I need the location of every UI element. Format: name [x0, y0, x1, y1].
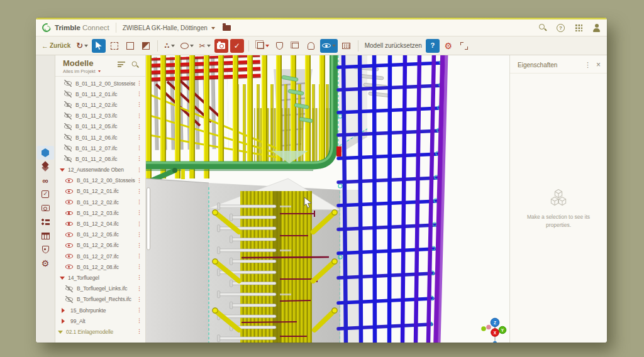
model-item-row[interactable]: B_01_12_2_02.ifc⋮ — [55, 197, 145, 207]
reset-model-button[interactable]: Modell zurücksetzen — [363, 39, 424, 53]
fullscreen-button[interactable] — [457, 39, 471, 53]
app-grid-icon[interactable] — [575, 24, 582, 31]
marquee-select-tool[interactable] — [108, 39, 121, 53]
caret-right-icon[interactable] — [62, 319, 67, 324]
model-item-row[interactable]: B_01_12_2_07.ifc⋮ — [55, 251, 145, 261]
model-item-row[interactable]: B_01_12_2_05.ifc⋮ — [55, 229, 145, 240]
item-menu-icon[interactable]: ⋮ — [135, 307, 145, 313]
item-menu-icon[interactable]: ⋮ — [135, 156, 145, 162]
model-item-row[interactable]: B_01_11_2_03.ifc⋮ — [55, 111, 145, 121]
visibility-on-icon[interactable] — [65, 231, 73, 238]
back-button[interactable]: ←Zurück — [40, 39, 72, 53]
model-3d-viewport[interactable]: Y Z X — [146, 55, 509, 343]
item-menu-icon[interactable]: ⋮ — [135, 135, 145, 140]
todo-button[interactable]: ✓ — [230, 39, 244, 53]
model-group-row[interactable]: 14_Torfluegel⋮ — [55, 272, 145, 283]
help-pin-button[interactable]: ? — [426, 39, 440, 53]
invert-selection-tool[interactable] — [139, 39, 153, 53]
model-group-row[interactable]: 15_Bohrpunkte⋮ — [55, 305, 145, 316]
frame-select-tool[interactable] — [123, 39, 137, 53]
model-item-row[interactable]: B_01_11_2_08.ifc⋮ — [55, 153, 145, 164]
visibility-off-icon[interactable] — [64, 123, 72, 130]
visibility-on-icon[interactable] — [65, 188, 73, 195]
item-menu-icon[interactable]: ⋮ — [135, 264, 145, 270]
visibility-off-icon[interactable] — [64, 145, 72, 151]
caret-down-icon[interactable] — [60, 277, 65, 282]
panel-search-icon[interactable] — [132, 62, 139, 69]
visibility-off-icon[interactable] — [65, 285, 73, 292]
rail-hierarchy[interactable] — [37, 215, 54, 229]
visibility-on-icon[interactable] — [65, 177, 73, 184]
help-icon[interactable]: ? — [557, 24, 565, 32]
item-menu-icon[interactable]: ⋮ — [135, 145, 145, 151]
visibility-on-icon[interactable] — [65, 209, 73, 216]
visibility-on-icon[interactable] — [65, 242, 73, 249]
item-menu-icon[interactable]: ⋮ — [135, 329, 145, 334]
views-button[interactable] — [289, 39, 303, 53]
rail-protection[interactable] — [37, 243, 54, 256]
model-item-row[interactable]: B_01_11_2_07.ifc⋮ — [55, 143, 145, 153]
rail-models[interactable] — [37, 146, 54, 160]
protect-tool[interactable] — [273, 39, 287, 53]
model-item-row[interactable]: B_01_12_2_00_Stosseisen.ifc⋮ — [55, 175, 145, 186]
model-item-row[interactable]: B_01_11_2_06.ifc⋮ — [55, 132, 145, 143]
item-menu-icon[interactable]: ⋮ — [135, 199, 145, 205]
orbit-tool[interactable]: ↻ — [74, 39, 90, 53]
item-menu-icon[interactable]: ⋮ — [135, 297, 145, 302]
measure-tool[interactable]: ∴ — [162, 39, 176, 53]
model-group-row[interactable]: 02.1 Einlagemodelle⋮ — [55, 326, 145, 337]
model-item-row[interactable]: B_01_12_2_01.ifc⋮ — [55, 186, 145, 197]
panel-menu-icon[interactable]: ⋮ — [579, 61, 596, 69]
model-item-row[interactable]: B_01_11_2_02.ifc⋮ — [55, 99, 145, 110]
model-item-row[interactable]: B_01_11_2_05.ifc⋮ — [55, 121, 145, 132]
rail-links[interactable]: ∞ — [37, 173, 54, 187]
visibility-on-icon[interactable] — [65, 221, 73, 228]
item-menu-icon[interactable]: ⋮ — [135, 189, 145, 194]
model-item-row[interactable]: B_01_12_2_06.ifc⋮ — [55, 240, 145, 251]
object-visibility-tool[interactable] — [253, 39, 271, 53]
rail-todos[interactable] — [37, 187, 54, 201]
visibility-off-icon[interactable] — [64, 80, 72, 87]
snapshot-button[interactable] — [214, 39, 228, 53]
model-item-row[interactable]: B_01_12_2_04.ifc⋮ — [55, 218, 145, 229]
model-item-row[interactable]: B_01_11_2_01.ifc⋮ — [55, 89, 145, 99]
item-menu-icon[interactable]: ⋮ — [135, 221, 145, 227]
rail-settings[interactable]: ⚙ — [37, 256, 54, 270]
item-menu-icon[interactable]: ⋮ — [135, 286, 145, 292]
project-selector[interactable]: ZWIBELA GK-Halle, Döttingen — [123, 25, 208, 31]
item-menu-icon[interactable]: ⋮ — [135, 210, 145, 216]
rail-tables[interactable] — [37, 229, 54, 243]
item-menu-icon[interactable]: ⋮ — [135, 102, 145, 107]
item-menu-icon[interactable]: ⋮ — [135, 113, 145, 119]
visibility-off-icon[interactable] — [64, 113, 72, 119]
visibility-off-icon[interactable] — [65, 296, 73, 303]
caret-down-icon[interactable] — [60, 168, 65, 174]
visibility-on-icon[interactable] — [65, 263, 73, 270]
visibility-button[interactable] — [320, 39, 338, 53]
search-icon[interactable] — [539, 24, 547, 31]
keypad-button[interactable] — [340, 39, 353, 53]
folder-icon[interactable] — [223, 25, 231, 31]
item-menu-icon[interactable]: ⋮ — [135, 275, 145, 280]
sort-icon[interactable] — [118, 61, 125, 67]
close-icon[interactable]: × — [596, 60, 601, 69]
rail-layers[interactable] — [37, 160, 54, 173]
visibility-off-icon[interactable] — [64, 134, 72, 141]
item-menu-icon[interactable]: ⋮ — [135, 253, 145, 259]
item-menu-icon[interactable]: ⋮ — [135, 124, 145, 129]
caret-down-icon[interactable] — [58, 331, 63, 336]
model-item-row[interactable]: B_01_12_2_03.ifc⋮ — [55, 207, 145, 218]
visibility-off-icon[interactable] — [64, 155, 72, 162]
project-scope-selector[interactable]: Alles im Projekt — [63, 69, 140, 74]
sidebar-scrollbar-thumb[interactable] — [147, 187, 150, 250]
markup-tool[interactable] — [179, 39, 196, 53]
rail-snapshots[interactable] — [37, 201, 54, 215]
visibility-off-icon[interactable] — [64, 91, 72, 97]
account-icon[interactable] — [592, 24, 601, 32]
settings-button[interactable]: ⚙ — [441, 39, 455, 53]
model-item-row[interactable]: B_01_12_2_08.ifc⋮ — [55, 261, 145, 272]
model-item-row[interactable]: B_01_11_2_00_Stosseisen.ifc⋮ — [55, 78, 145, 89]
chevron-down-icon[interactable] — [211, 27, 215, 31]
model-group-row[interactable]: 12_Aussenwände Oben⋮ — [55, 165, 145, 175]
model-group-row[interactable]: 99_Alt⋮ — [55, 316, 145, 326]
